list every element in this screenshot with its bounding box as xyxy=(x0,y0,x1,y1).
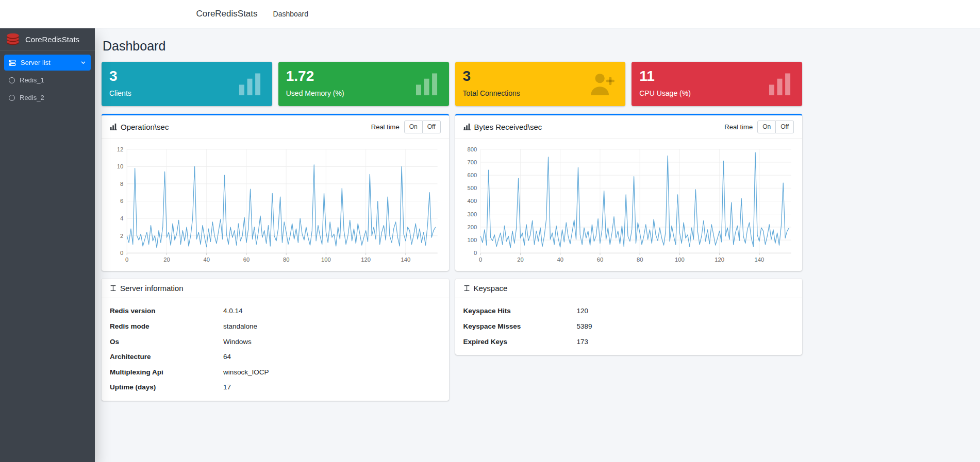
bytes-card-tools: Real time On Off xyxy=(724,121,794,133)
info-value: Windows xyxy=(223,337,252,347)
realtime-label: Real time xyxy=(371,123,400,131)
svg-text:800: 800 xyxy=(467,146,477,152)
keyspace-title: Keyspace xyxy=(463,284,508,293)
info-row: Os Windows xyxy=(110,337,441,347)
svg-text:60: 60 xyxy=(243,256,250,263)
info-label: Multiplexing Api xyxy=(110,367,223,378)
svg-text:80: 80 xyxy=(636,256,643,263)
info-row: Keyspace Hits 120 xyxy=(463,306,794,316)
info-row: Expired Keys 173 xyxy=(463,337,794,347)
info-label: Expired Keys xyxy=(463,337,577,347)
svg-text:60: 60 xyxy=(596,256,603,263)
keyspace-card: Keyspace Keyspace Hits 120 Keyspace Miss… xyxy=(455,279,803,355)
info-row: Architecture 64 xyxy=(110,352,441,362)
svg-text:2: 2 xyxy=(120,232,123,238)
svg-text:120: 120 xyxy=(715,256,724,263)
bytes-card-title: Bytes Received\sec xyxy=(463,123,542,131)
charts-row: Operation\sec Real time On Off 020406080… xyxy=(102,114,802,271)
info-value: 17 xyxy=(223,382,231,392)
redis-logo-icon xyxy=(5,31,21,47)
info-row: Keyspace Misses 5389 xyxy=(463,321,794,332)
realtime-off-button[interactable]: Off xyxy=(423,121,441,133)
svg-text:120: 120 xyxy=(361,256,371,263)
bar-chart-icon xyxy=(463,123,471,130)
sidebar: CoreRedisStats Server list Redis_1 Red xyxy=(0,28,95,462)
content-area: Dashboard 3 Clients 1.72 Used Memory (%)… xyxy=(95,28,980,419)
navbar-container: CoreRedisStats Dashboard xyxy=(196,0,784,28)
realtime-on-button[interactable]: On xyxy=(404,121,423,133)
info-value: 120 xyxy=(577,306,589,316)
info-label: Uptime (days) xyxy=(110,382,223,392)
sidebar-item-label: Redis_1 xyxy=(20,76,44,84)
bar-chart-icon xyxy=(238,73,263,95)
stat-box-clients: 3 Clients xyxy=(102,62,272,106)
svg-text:100: 100 xyxy=(321,256,331,263)
bytes-received-card: Bytes Received\sec Real time On Off 0204… xyxy=(455,114,803,271)
realtime-off-button[interactable]: Off xyxy=(776,121,794,133)
circle-icon xyxy=(9,95,15,101)
server-info-title: Server information xyxy=(110,284,184,293)
realtime-on-button[interactable]: On xyxy=(757,121,776,133)
server-info-icon xyxy=(110,285,117,292)
keyspace-header: Keyspace xyxy=(455,279,803,298)
sidebar-nav: Server list Redis_1 Redis_2 xyxy=(0,50,95,111)
server-icon xyxy=(9,59,16,66)
stat-boxes-row: 3 Clients 1.72 Used Memory (%) 3 Total C… xyxy=(102,62,802,106)
user-plus-icon xyxy=(588,72,616,96)
svg-text:140: 140 xyxy=(401,256,411,263)
svg-text:40: 40 xyxy=(557,256,563,263)
page-title: Dashboard xyxy=(103,39,973,54)
sidebar-brand[interactable]: CoreRedisStats xyxy=(0,28,95,50)
card-title-text: Server information xyxy=(120,284,184,293)
sidebar-item-label: Server list xyxy=(21,59,51,66)
svg-text:4: 4 xyxy=(120,215,123,221)
svg-text:10: 10 xyxy=(117,163,124,169)
svg-text:80: 80 xyxy=(283,256,290,263)
svg-text:0: 0 xyxy=(479,256,482,263)
navbar-brand[interactable]: CoreRedisStats xyxy=(196,9,258,19)
info-value: 64 xyxy=(223,352,231,362)
stat-box-total-connections: 3 Total Connections xyxy=(455,62,626,106)
operations-card-title: Operation\sec xyxy=(110,123,169,131)
server-info-header: Server information xyxy=(102,279,449,298)
operations-chart: 020406080100120140024681012 xyxy=(109,144,442,268)
bytes-received-chart: 0204060801001201400100200300400500600700… xyxy=(462,144,795,268)
operations-card-tools: Real time On Off xyxy=(371,121,441,133)
svg-text:100: 100 xyxy=(467,237,477,243)
bar-chart-icon xyxy=(110,123,117,130)
svg-text:6: 6 xyxy=(120,198,123,204)
svg-text:8: 8 xyxy=(120,181,123,187)
chevron-down-icon xyxy=(80,60,86,65)
navbar-link-dashboard[interactable]: Dashboard xyxy=(273,10,309,18)
info-row: Multiplexing Api winsock_IOCP xyxy=(110,367,441,378)
svg-text:12: 12 xyxy=(117,146,124,152)
card-title-text: Keyspace xyxy=(474,284,508,293)
card-title-text: Operation\sec xyxy=(121,123,169,131)
info-value: 173 xyxy=(577,337,589,347)
info-value: 5389 xyxy=(577,321,592,332)
info-row: Redis mode standalone xyxy=(110,321,441,332)
svg-text:20: 20 xyxy=(163,256,170,263)
svg-text:700: 700 xyxy=(467,159,477,165)
info-value: winsock_IOCP xyxy=(223,367,269,378)
svg-text:140: 140 xyxy=(754,256,764,263)
info-label: Os xyxy=(110,337,223,347)
realtime-label: Real time xyxy=(724,123,753,131)
svg-text:200: 200 xyxy=(467,224,477,230)
svg-text:400: 400 xyxy=(467,198,477,204)
info-row: Redis version 4.0.14 xyxy=(110,306,441,316)
top-navbar: CoreRedisStats Dashboard xyxy=(0,0,980,28)
svg-text:40: 40 xyxy=(203,256,210,263)
card-title-text: Bytes Received\sec xyxy=(474,123,542,131)
operations-card-header: Operation\sec Real time On Off xyxy=(102,115,449,139)
info-label: Redis mode xyxy=(110,321,223,332)
sidebar-item-label: Redis_2 xyxy=(20,94,44,101)
info-label: Redis version xyxy=(110,306,223,316)
sidebar-item-redis-1[interactable]: Redis_1 xyxy=(4,72,91,88)
circle-icon xyxy=(9,77,15,83)
sidebar-item-redis-2[interactable]: Redis_2 xyxy=(4,90,91,106)
info-row: Uptime (days) 17 xyxy=(110,382,441,392)
realtime-toggle-group: On Off xyxy=(757,121,794,133)
stat-box-cpu-usage: 11 CPU Usage (%) xyxy=(632,62,802,106)
sidebar-item-server-list[interactable]: Server list xyxy=(4,55,91,71)
